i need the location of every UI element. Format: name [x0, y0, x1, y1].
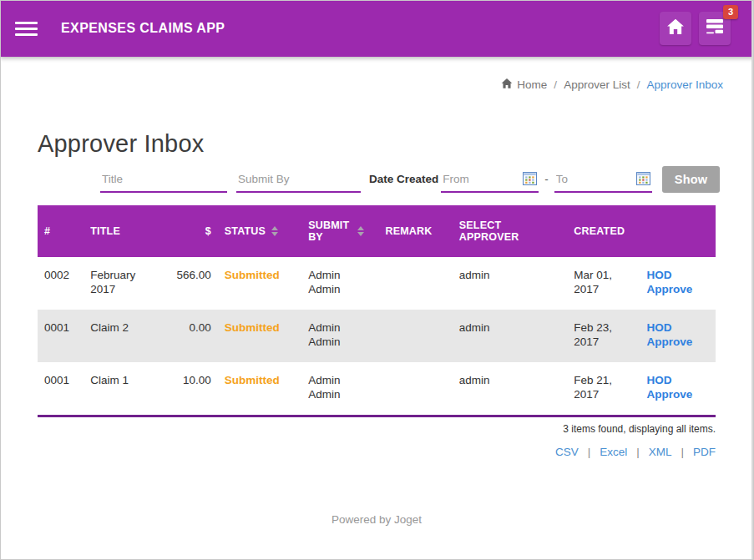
- column-header-select-approver: SELECT APPROVER: [453, 205, 568, 257]
- page-title: Approver Inbox: [38, 130, 716, 158]
- column-header-submit-by-label: SUBMIT BY: [308, 219, 352, 243]
- table-row[interactable]: 0001 Claim 1 10.00 Submitted Admin Admin…: [38, 362, 716, 415]
- sort-icon: [271, 226, 278, 236]
- column-header-num: #: [38, 205, 83, 257]
- status-badge: Submitted: [218, 310, 301, 362]
- show-button[interactable]: Show: [662, 166, 720, 193]
- cell-remark: [378, 362, 452, 415]
- breadcrumb: Home / Approver List / Approver Inbox: [0, 57, 754, 92]
- inbox-count-badge: 3: [723, 5, 738, 19]
- column-header-status-label: STATUS: [225, 225, 266, 237]
- export-pdf-link[interactable]: PDF: [693, 446, 716, 458]
- powered-by-text: Powered by Joget: [38, 513, 716, 526]
- status-badge: Submitted: [218, 257, 301, 310]
- cell-num: 0001: [38, 310, 83, 362]
- table-row[interactable]: 0001 Claim 2 0.00 Submitted Admin Admin …: [38, 310, 716, 362]
- column-header-status[interactable]: STATUS: [218, 205, 301, 257]
- column-header-remark: REMARK: [378, 205, 452, 257]
- home-icon: [501, 78, 513, 92]
- cell-title: Claim 1: [83, 362, 167, 415]
- export-links: CSV | Excel | XML | PDF: [38, 446, 716, 458]
- cell-select-approver: admin: [453, 310, 568, 362]
- export-excel-link[interactable]: Excel: [600, 446, 627, 458]
- breadcrumb-separator: /: [637, 78, 640, 91]
- cell-num: 0002: [38, 257, 83, 310]
- date-to-field: [554, 168, 652, 193]
- hod-approve-link[interactable]: HOD Approve: [647, 269, 709, 297]
- approver-inbox-table: # TITLE $ STATUS SUBMIT BY: [38, 205, 716, 417]
- column-header-action: [640, 205, 716, 257]
- export-xml-link[interactable]: XML: [649, 446, 672, 458]
- inbox-icon: [704, 16, 726, 41]
- hod-approve-link[interactable]: HOD Approve: [647, 321, 709, 350]
- cell-remark: [378, 310, 452, 362]
- breadcrumb-approver-list[interactable]: Approver List: [564, 78, 630, 91]
- column-header-title: TITLE: [83, 205, 167, 257]
- cell-created: Mar 01, 2017: [567, 257, 640, 310]
- export-separator: |: [681, 446, 684, 458]
- table-row[interactable]: 0002 February 2017 566.00 Submitted Admi…: [38, 257, 716, 310]
- date-created-label: Date Created: [369, 173, 438, 185]
- breadcrumb-separator: /: [554, 78, 557, 91]
- cell-submit-by: Admin Admin: [301, 257, 378, 310]
- main-content: Approver Inbox Date Created -: [0, 130, 754, 526]
- cell-submit-by: Admin Admin: [301, 310, 378, 362]
- app-header: EXPENSES CLAIMS APP 3: [0, 0, 754, 57]
- cell-created: Feb 23, 2017: [567, 310, 640, 362]
- cell-remark: [378, 257, 452, 310]
- filter-bar: Date Created -: [100, 166, 716, 193]
- hamburger-menu-icon[interactable]: [15, 22, 38, 36]
- items-found-summary: 3 items found, displaying all items.: [38, 423, 716, 435]
- table-header-row: # TITLE $ STATUS SUBMIT BY: [38, 205, 716, 257]
- hod-approve-link[interactable]: HOD Approve: [647, 374, 709, 402]
- calendar-icon[interactable]: [521, 171, 539, 188]
- export-separator: |: [636, 446, 640, 458]
- cell-amount: 0.00: [168, 310, 218, 362]
- breadcrumb-home-label: Home: [517, 78, 547, 91]
- cell-amount: 10.00: [168, 362, 218, 415]
- date-range-separator: -: [544, 173, 549, 185]
- breadcrumb-approver-inbox[interactable]: Approver Inbox: [646, 78, 723, 91]
- cell-action: HOD Approve: [640, 310, 716, 362]
- cell-action: HOD Approve: [640, 362, 716, 415]
- header-actions: 3: [660, 12, 742, 45]
- column-header-amount: $: [168, 205, 218, 257]
- date-from-input[interactable]: [441, 168, 521, 191]
- cell-created: Feb 21, 2017: [567, 362, 640, 415]
- cell-title: Claim 2: [83, 310, 167, 362]
- sort-icon: [357, 226, 364, 236]
- inbox-button[interactable]: 3: [699, 12, 731, 45]
- column-header-select-approver-label: SELECT APPROVER: [459, 219, 534, 243]
- cell-select-approver: admin: [453, 362, 568, 415]
- cell-title: February 2017: [83, 257, 167, 310]
- cell-action: HOD Approve: [640, 257, 716, 310]
- title-filter-input[interactable]: [100, 168, 227, 193]
- date-to-input[interactable]: [554, 168, 635, 191]
- submit-by-filter-input[interactable]: [236, 168, 361, 193]
- date-from-field: [441, 168, 539, 193]
- status-badge: Submitted: [218, 362, 301, 415]
- app-title: EXPENSES CLAIMS APP: [61, 21, 225, 36]
- breadcrumb-home[interactable]: Home: [501, 78, 547, 92]
- cell-submit-by: Admin Admin: [301, 362, 378, 415]
- cell-select-approver: admin: [453, 257, 568, 310]
- home-button[interactable]: [660, 12, 691, 45]
- column-header-created: CREATED: [567, 205, 640, 257]
- export-csv-link[interactable]: CSV: [555, 446, 579, 458]
- home-icon: [666, 18, 685, 39]
- column-header-submit-by[interactable]: SUBMIT BY: [301, 205, 378, 257]
- calendar-icon[interactable]: [635, 171, 652, 188]
- cell-amount: 566.00: [168, 257, 218, 310]
- export-separator: |: [588, 446, 591, 458]
- cell-num: 0001: [38, 362, 83, 415]
